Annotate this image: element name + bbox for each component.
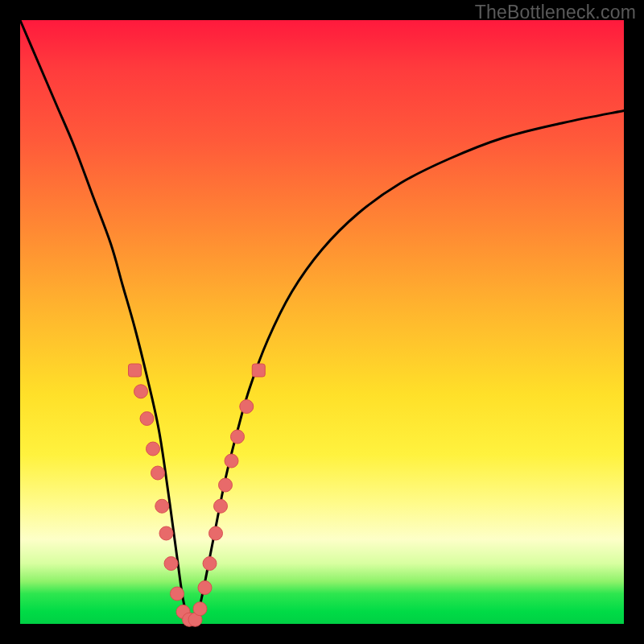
curve-marker (225, 454, 238, 468)
chart-frame: TheBottleneck.com (0, 0, 644, 644)
curve-marker (151, 466, 165, 480)
curve-marker (209, 526, 223, 540)
curve-marker (219, 478, 233, 492)
curve-marker (129, 364, 142, 377)
curve-marker (164, 557, 178, 571)
curve-marker (231, 430, 245, 444)
curve-marker (252, 364, 265, 377)
curve-marker (159, 526, 173, 540)
curve-markers (129, 364, 266, 626)
curve-path (20, 20, 624, 624)
curve-marker (171, 587, 184, 601)
curve-marker (214, 499, 228, 513)
curve-marker (203, 557, 217, 571)
curve-marker (155, 499, 169, 513)
curve-marker (140, 412, 154, 426)
curve-marker (198, 581, 212, 595)
curve-marker (240, 400, 254, 414)
curve-marker (193, 602, 207, 616)
curve-marker (147, 442, 160, 456)
bottleneck-curve (20, 20, 624, 624)
curve-marker (134, 385, 148, 398)
chart-overlay (20, 20, 624, 624)
